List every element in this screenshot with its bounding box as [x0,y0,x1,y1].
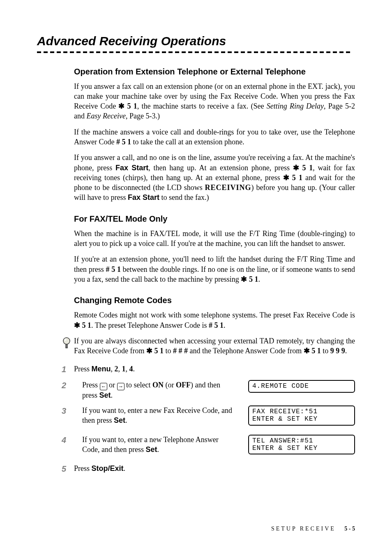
arrow-right-icon: → [117,383,125,390]
set-key: Set [145,445,157,454]
svg-point-0 [63,338,70,344]
text: . [133,365,135,373]
step-number: 2 [62,380,74,391]
para: Remote Codes might not work with some te… [74,310,355,330]
text: and the Telephone Answer Code from [188,347,304,355]
text: Press [74,464,92,473]
text: . [111,391,113,399]
fax-start-label: Fax Start [115,164,148,172]
text: to select [125,381,152,389]
text: . [124,464,126,473]
text: . The preset Telephone Answer Code is [91,321,209,329]
heading-operation-extension: Operation from Extension Telephone or Ex… [74,66,355,77]
page-title: Advanced Receiving Operations [37,33,355,50]
step-body: Press ← or → to select ON (or OFF) and t… [82,380,240,400]
text: . [157,445,159,454]
arrow-left-icon: ← [100,383,107,390]
set-key: Set [114,416,125,424]
text: , [111,365,115,373]
key: 2 [115,365,118,373]
svg-point-1 [65,338,67,341]
star-icon: ✱ [293,164,299,172]
star-icon: ✱ [283,174,289,182]
text: to [164,347,173,355]
text: , then hang up. At an extension phone, p… [148,164,293,172]
step-body: If you want to, enter a new Telephone An… [82,435,240,455]
text: . [345,347,347,355]
para: If you answer a call, and no one is on t… [74,153,355,202]
code: # 5 1 [116,138,131,146]
lcd-display: TEL ANSWER:#51 ENTER & SET KEY [248,435,355,455]
step-row: 1 Press Menu, 2, 1, 4. [62,364,355,375]
off-label: OFF [176,381,191,389]
code: 5 1 [125,102,137,110]
heading-changing-remote-codes: Changing Remote Codes [74,295,355,306]
stop-exit-key: Stop/Exit [92,464,124,473]
code: 9 9 9 [330,347,345,355]
step-number: 1 [62,364,74,375]
star-icon: ✱ [304,347,310,355]
para: If you're at an extension phone, you'll … [74,254,355,284]
text: to send the fax.) [159,193,209,202]
text: to take the call at an extension phone. [131,138,244,146]
page-footer: SETUP RECEIVE 5 - 5 [271,525,355,533]
code: 5 1 [247,275,258,283]
para: If the machine answers a voice call and … [74,127,355,147]
text: Press [74,365,92,373]
text: . [125,416,127,424]
code: # # # [173,347,188,355]
step-row: 4 If you want to, enter a new Telephone … [62,435,355,459]
ref: Setting Ring Delay [267,102,324,110]
on-label: ON [152,381,164,389]
set-key: Set [99,391,111,399]
step-number: 5 [62,463,74,475]
text: , [126,365,129,373]
star-icon: ✱ [118,102,125,110]
fax-start-label: Fax Start [128,193,159,202]
note-text: If you are always disconnected when acce… [74,336,355,356]
text: . [224,321,226,329]
star-icon: ✱ [74,321,80,329]
star-icon: ✱ [146,347,152,355]
title-underline [37,51,355,53]
code: 5 1 [152,347,164,355]
step-body: If you want to, enter a new Fax Receive … [82,405,240,426]
svg-rect-2 [65,344,68,348]
code: 5 1 [310,347,321,355]
heading-faxtel-mode: For FAX/TEL Mode Only [74,213,355,225]
step-row: 3 If you want to, enter a new Fax Receiv… [62,405,355,430]
code: 5 1 [80,321,91,329]
text: or [107,381,117,389]
step-number: 3 [62,405,74,417]
code: 5 1 [299,164,313,172]
key: 4 [129,365,133,373]
para: If you answer a fax call on an extension… [74,81,355,121]
text: (or [164,381,176,389]
para: When the machine is in FAX/TEL mode, it … [74,229,355,249]
menu-key: Menu [92,365,111,373]
step-row: 2 Press ← or → to select ON (or OFF) and… [62,380,355,400]
footer-section: SETUP RECEIVE [271,526,336,532]
text: Remote Codes might not work with some te… [74,311,355,319]
note-callout: If you are always disconnected when acce… [62,336,355,359]
step-body: Press Stop/Exit. [74,463,355,473]
text: , [118,365,122,373]
star-icon: ✱ [241,275,247,283]
code: # 5 1 [106,265,120,273]
step-row: 5 Press Stop/Exit. [62,463,355,475]
text: , Page 5-3.) [126,112,160,120]
page-number: 5 - 5 [344,526,355,532]
text: to [321,347,330,355]
text: Press [82,381,100,389]
lcd-display: 4.REMOTE CODE [248,380,355,392]
step-number: 4 [62,435,74,446]
text: . [258,275,260,283]
code: # 5 1 [209,321,224,329]
lightbulb-icon [62,337,71,352]
key: 1 [122,365,126,373]
text: If you want to, enter a new Fax Receive … [82,406,232,424]
ref: Easy Receive [87,112,126,120]
text: , the machine starts to receive a fax. (… [137,102,267,110]
code: 5 1 [289,174,302,182]
step-body: Press Menu, 2, 1, 4. [74,364,355,374]
